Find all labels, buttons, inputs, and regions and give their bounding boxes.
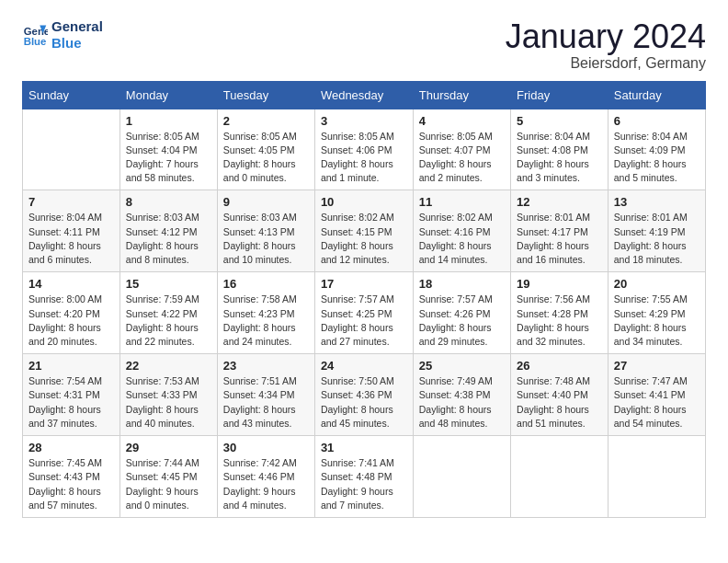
day-number: 9	[223, 195, 309, 209]
calendar-cell: 13Sunrise: 8:01 AM Sunset: 4:19 PM Dayli…	[608, 190, 705, 272]
calendar-cell: 10Sunrise: 8:02 AM Sunset: 4:15 PM Dayli…	[314, 190, 413, 272]
day-number: 22	[126, 359, 211, 373]
day-number: 19	[517, 277, 602, 291]
day-info: Sunrise: 7:42 AM Sunset: 4:46 PM Dayligh…	[223, 456, 309, 512]
day-info: Sunrise: 8:03 AM Sunset: 4:12 PM Dayligh…	[126, 211, 211, 267]
day-number: 15	[126, 277, 211, 291]
svg-text:Blue: Blue	[24, 36, 47, 47]
title-block: January 2024 Beiersdorf, Germany	[506, 18, 706, 72]
day-info: Sunrise: 7:58 AM Sunset: 4:23 PM Dayligh…	[223, 293, 309, 349]
calendar-header-row: SundayMondayTuesdayWednesdayThursdayFrid…	[23, 81, 706, 109]
month-title: January 2024	[506, 18, 706, 55]
calendar-week-row: 14Sunrise: 8:00 AM Sunset: 4:20 PM Dayli…	[23, 272, 706, 354]
day-number: 8	[126, 195, 211, 209]
calendar-cell: 8Sunrise: 8:03 AM Sunset: 4:12 PM Daylig…	[119, 190, 217, 272]
calendar-cell: 22Sunrise: 7:53 AM Sunset: 4:33 PM Dayli…	[119, 354, 217, 436]
day-number: 1	[126, 114, 211, 128]
calendar-week-row: 1Sunrise: 8:05 AM Sunset: 4:04 PM Daylig…	[23, 109, 706, 190]
calendar-cell: 9Sunrise: 8:03 AM Sunset: 4:13 PM Daylig…	[217, 190, 314, 272]
calendar-cell	[23, 109, 120, 190]
calendar-cell: 25Sunrise: 7:49 AM Sunset: 4:38 PM Dayli…	[413, 354, 510, 436]
calendar-cell: 18Sunrise: 7:57 AM Sunset: 4:26 PM Dayli…	[413, 272, 510, 354]
calendar-cell: 27Sunrise: 7:47 AM Sunset: 4:41 PM Dayli…	[608, 354, 705, 436]
day-info: Sunrise: 7:56 AM Sunset: 4:28 PM Dayligh…	[517, 293, 602, 349]
day-number: 26	[517, 359, 602, 373]
day-info: Sunrise: 7:50 AM Sunset: 4:36 PM Dayligh…	[321, 374, 407, 431]
calendar-cell: 20Sunrise: 7:55 AM Sunset: 4:29 PM Dayli…	[608, 272, 705, 354]
day-info: Sunrise: 8:03 AM Sunset: 4:13 PM Dayligh…	[223, 211, 309, 267]
day-number: 29	[126, 441, 211, 454]
calendar-week-row: 7Sunrise: 8:04 AM Sunset: 4:11 PM Daylig…	[23, 190, 706, 272]
calendar-cell: 26Sunrise: 7:48 AM Sunset: 4:40 PM Dayli…	[511, 354, 609, 436]
day-number: 25	[419, 359, 505, 373]
day-info: Sunrise: 7:53 AM Sunset: 4:33 PM Dayligh…	[126, 374, 211, 431]
day-number: 30	[223, 441, 309, 454]
day-info: Sunrise: 7:48 AM Sunset: 4:40 PM Dayligh…	[517, 374, 602, 431]
location-title: Beiersdorf, Germany	[506, 55, 706, 72]
day-info: Sunrise: 8:05 AM Sunset: 4:06 PM Dayligh…	[321, 130, 407, 186]
day-of-week-header: Tuesday	[217, 81, 314, 109]
day-number: 17	[321, 277, 407, 291]
day-number: 14	[28, 277, 114, 291]
day-number: 7	[28, 195, 114, 209]
logo: General Blue General Blue	[22, 18, 103, 52]
calendar-cell: 19Sunrise: 7:56 AM Sunset: 4:28 PM Dayli…	[511, 272, 609, 354]
day-info: Sunrise: 8:02 AM Sunset: 4:15 PM Dayligh…	[321, 211, 407, 267]
calendar-cell: 11Sunrise: 8:02 AM Sunset: 4:16 PM Dayli…	[413, 190, 510, 272]
calendar-cell: 7Sunrise: 8:04 AM Sunset: 4:11 PM Daylig…	[23, 190, 120, 272]
calendar-week-row: 21Sunrise: 7:54 AM Sunset: 4:31 PM Dayli…	[23, 354, 706, 436]
day-info: Sunrise: 8:04 AM Sunset: 4:09 PM Dayligh…	[614, 130, 700, 186]
day-info: Sunrise: 8:04 AM Sunset: 4:08 PM Dayligh…	[517, 130, 602, 186]
day-number: 13	[614, 195, 700, 209]
calendar-cell: 17Sunrise: 7:57 AM Sunset: 4:25 PM Dayli…	[314, 272, 413, 354]
calendar-cell: 12Sunrise: 8:01 AM Sunset: 4:17 PM Dayli…	[511, 190, 609, 272]
day-info: Sunrise: 7:45 AM Sunset: 4:43 PM Dayligh…	[28, 456, 114, 512]
day-number: 16	[223, 277, 309, 291]
calendar-cell: 5Sunrise: 8:04 AM Sunset: 4:08 PM Daylig…	[511, 109, 609, 190]
calendar-cell: 24Sunrise: 7:50 AM Sunset: 4:36 PM Dayli…	[314, 354, 413, 436]
calendar-cell: 6Sunrise: 8:04 AM Sunset: 4:09 PM Daylig…	[608, 109, 705, 190]
day-info: Sunrise: 7:44 AM Sunset: 4:45 PM Dayligh…	[126, 456, 211, 512]
day-of-week-header: Thursday	[413, 81, 510, 109]
calendar-cell: 29Sunrise: 7:44 AM Sunset: 4:45 PM Dayli…	[119, 436, 217, 518]
calendar-cell: 23Sunrise: 7:51 AM Sunset: 4:34 PM Dayli…	[217, 354, 314, 436]
day-number: 24	[321, 359, 407, 373]
day-number: 5	[517, 114, 602, 128]
day-number: 28	[28, 441, 114, 454]
day-number: 12	[517, 195, 602, 209]
day-info: Sunrise: 7:57 AM Sunset: 4:25 PM Dayligh…	[321, 293, 407, 349]
calendar-cell: 1Sunrise: 8:05 AM Sunset: 4:04 PM Daylig…	[119, 109, 217, 190]
day-info: Sunrise: 8:00 AM Sunset: 4:20 PM Dayligh…	[28, 293, 114, 349]
day-number: 21	[28, 359, 114, 373]
day-number: 10	[321, 195, 407, 209]
calendar-cell	[608, 436, 705, 518]
calendar-week-row: 28Sunrise: 7:45 AM Sunset: 4:43 PM Dayli…	[23, 436, 706, 518]
page-header: General Blue General Blue January 2024 B…	[22, 18, 706, 72]
calendar-cell	[413, 436, 510, 518]
day-info: Sunrise: 7:55 AM Sunset: 4:29 PM Dayligh…	[614, 293, 700, 349]
day-info: Sunrise: 7:51 AM Sunset: 4:34 PM Dayligh…	[223, 374, 309, 431]
day-number: 3	[321, 114, 407, 128]
day-info: Sunrise: 7:49 AM Sunset: 4:38 PM Dayligh…	[419, 374, 505, 431]
day-info: Sunrise: 8:01 AM Sunset: 4:19 PM Dayligh…	[614, 211, 700, 267]
calendar-cell	[511, 436, 609, 518]
day-info: Sunrise: 7:47 AM Sunset: 4:41 PM Dayligh…	[614, 374, 700, 431]
day-info: Sunrise: 8:05 AM Sunset: 4:04 PM Dayligh…	[126, 130, 211, 186]
day-number: 31	[321, 441, 407, 454]
day-number: 27	[614, 359, 700, 373]
calendar-cell: 30Sunrise: 7:42 AM Sunset: 4:46 PM Dayli…	[217, 436, 314, 518]
day-info: Sunrise: 7:41 AM Sunset: 4:48 PM Dayligh…	[321, 456, 407, 512]
day-of-week-header: Friday	[511, 81, 609, 109]
logo-icon: General Blue	[22, 22, 48, 48]
day-number: 2	[223, 114, 309, 128]
calendar-cell: 2Sunrise: 8:05 AM Sunset: 4:05 PM Daylig…	[217, 109, 314, 190]
calendar-cell: 28Sunrise: 7:45 AM Sunset: 4:43 PM Dayli…	[23, 436, 120, 518]
logo-blue: Blue	[51, 35, 103, 52]
day-number: 23	[223, 359, 309, 373]
calendar-table: SundayMondayTuesdayWednesdayThursdayFrid…	[22, 81, 706, 518]
day-info: Sunrise: 8:01 AM Sunset: 4:17 PM Dayligh…	[517, 211, 602, 267]
calendar-cell: 16Sunrise: 7:58 AM Sunset: 4:23 PM Dayli…	[217, 272, 314, 354]
day-info: Sunrise: 8:02 AM Sunset: 4:16 PM Dayligh…	[419, 211, 505, 267]
calendar-cell: 31Sunrise: 7:41 AM Sunset: 4:48 PM Dayli…	[314, 436, 413, 518]
day-of-week-header: Monday	[119, 81, 217, 109]
